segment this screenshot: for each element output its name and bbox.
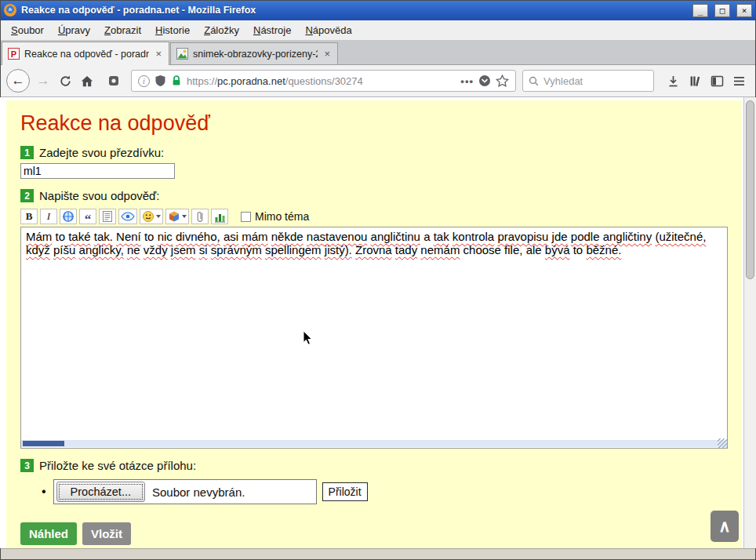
extension-button[interactable] xyxy=(103,70,125,92)
textarea-resizer[interactable] xyxy=(718,438,727,448)
maximize-button[interactable]: □ xyxy=(714,4,730,17)
offtopic-group: Mimo téma xyxy=(241,210,309,223)
scroll-to-top-button[interactable]: ∧ xyxy=(711,511,739,542)
file-input[interactable]: Procházet... Soubor nevybrán. xyxy=(53,479,317,504)
browser-window: Reakce na odpověď - poradna.net - Mozill… xyxy=(0,0,756,560)
menu-item-zobrazit[interactable]: Zobrazit xyxy=(98,21,147,39)
menu-item-upravy[interactable]: Úpravy xyxy=(52,21,96,39)
step2-row: 2 Napište svou odpověď: xyxy=(20,189,728,202)
step3-label: Přiložte ke své otázce přílohu: xyxy=(39,459,196,472)
extension-icon xyxy=(107,75,120,87)
smiley-button[interactable] xyxy=(140,209,163,224)
menu-item-napoveda[interactable]: Nápověda xyxy=(299,21,358,39)
url-scheme: https:// xyxy=(187,75,217,87)
url-text[interactable]: https://pc.poradna.net/questions/30274 xyxy=(187,75,456,87)
search-bar[interactable] xyxy=(522,70,654,92)
menubar: Soubor Úpravy Zobrazit Historie Záložky … xyxy=(0,20,756,41)
menu-item-zalozky[interactable]: Záložky xyxy=(198,21,245,39)
reload-icon xyxy=(59,75,72,88)
search-input[interactable] xyxy=(543,75,648,87)
window-bottom-frame xyxy=(0,548,756,560)
minimize-button[interactable]: _ xyxy=(692,4,708,17)
site-info-icon[interactable]: i xyxy=(138,75,150,87)
library-button[interactable] xyxy=(684,70,706,92)
italic-button[interactable]: I xyxy=(40,209,57,224)
browse-button[interactable]: Procházet... xyxy=(56,482,145,502)
hamburger-menu-button[interactable] xyxy=(728,70,750,92)
page-actions-button[interactable]: ••• xyxy=(460,75,474,87)
chevron-down-icon xyxy=(182,215,187,218)
embed-button[interactable] xyxy=(165,209,189,224)
tabbar: P Reakce na odpověď - poradna × snimek-o… xyxy=(0,41,756,65)
answer-textarea[interactable]: Mám to také tak. Není to nic divného, as… xyxy=(20,227,728,449)
step3-badge: 3 xyxy=(20,459,34,472)
page-viewport: Reakce na odpověď 1 Zadejte svou přezdív… xyxy=(0,97,756,548)
attachment-button[interactable] xyxy=(191,209,209,224)
smiley-icon xyxy=(142,210,154,223)
bar-chart-icon xyxy=(214,211,226,223)
code-block-button[interactable] xyxy=(99,209,116,224)
download-icon xyxy=(667,75,680,88)
navigation-toolbar: ← → i https://pc.poradna.net/questions/3… xyxy=(0,65,756,97)
eye-icon xyxy=(121,212,135,221)
form-container: Reakce na odpověď 1 Zadejte svou přezdív… xyxy=(6,100,742,548)
cube-icon xyxy=(168,210,180,223)
offtopic-checkbox[interactable] xyxy=(241,212,251,222)
sidebar-toggle-button[interactable] xyxy=(706,70,728,92)
link-button[interactable] xyxy=(60,209,77,224)
url-path: /questions/30274 xyxy=(285,75,363,87)
tab-label: snimek-obrazovky-porizeny-2 xyxy=(193,49,318,60)
vertical-scrollbar-thumb[interactable] xyxy=(746,100,754,279)
textarea-hscrollbar[interactable] xyxy=(21,440,727,447)
tab-label: Reakce na odpověď - poradna xyxy=(24,49,149,60)
tracking-shield-icon[interactable] xyxy=(154,75,166,87)
reload-button[interactable] xyxy=(54,70,76,92)
tab-close-icon[interactable]: × xyxy=(322,49,332,59)
tab-snimek-obrazovky[interactable]: snimek-obrazovky-porizeny-2 × xyxy=(170,42,338,64)
sidebar-icon xyxy=(711,75,724,87)
bookmark-star-icon[interactable] xyxy=(496,75,509,87)
link-globe-icon xyxy=(62,210,75,223)
insert-button[interactable]: Vložit xyxy=(82,522,131,545)
pocket-icon[interactable] xyxy=(478,75,491,87)
menu-item-soubor[interactable]: Soubor xyxy=(5,21,50,39)
document-icon xyxy=(102,210,113,223)
step1-label: Zadejte svou přezdívku: xyxy=(39,146,164,159)
attachment-list: • Procházet... Soubor nevybrán. Přiložit xyxy=(42,479,728,504)
https-lock-icon[interactable] xyxy=(171,75,182,87)
hamburger-icon xyxy=(733,76,745,86)
file-status-text: Soubor nevybrán. xyxy=(152,485,245,499)
window-title: Reakce na odpověď - poradna.net - Mozill… xyxy=(21,5,686,16)
preview-button[interactable]: Náhled xyxy=(20,522,77,545)
textarea-hscroll-thumb[interactable] xyxy=(23,441,64,446)
url-bar[interactable]: i https://pc.poradna.net/questions/30274… xyxy=(131,70,516,92)
poll-button[interactable] xyxy=(211,209,228,224)
close-button[interactable]: × xyxy=(736,4,752,17)
attachment-item: • Procházet... Soubor nevybrán. Přiložit xyxy=(42,479,728,504)
bold-button[interactable]: B xyxy=(20,209,38,224)
quote-button[interactable]: “ xyxy=(79,209,96,224)
tab-close-icon[interactable]: × xyxy=(154,49,163,59)
step1-badge: 1 xyxy=(20,146,34,159)
vertical-scrollbar[interactable] xyxy=(743,97,756,548)
preview-eye-button[interactable] xyxy=(118,209,137,224)
step2-label: Napište svou odpověď: xyxy=(39,189,159,202)
chevron-down-icon xyxy=(156,215,161,218)
forward-button[interactable]: → xyxy=(32,70,54,92)
titlebar: Reakce na odpověď - poradna.net - Mozill… xyxy=(0,0,756,20)
image-file-favicon xyxy=(176,48,188,60)
downloads-button[interactable] xyxy=(662,70,684,92)
poradna-favicon: P xyxy=(8,48,20,60)
offtopic-label: Mimo téma xyxy=(255,210,309,223)
nickname-input[interactable] xyxy=(20,163,175,179)
tab-reakce-na-odpoved[interactable]: P Reakce na odpověď - poradna × xyxy=(2,42,169,65)
firefox-icon xyxy=(4,4,16,16)
menu-item-nastroje[interactable]: Nástroje xyxy=(247,21,297,39)
step2-badge: 2 xyxy=(20,189,34,202)
home-button[interactable] xyxy=(76,70,98,92)
menu-item-historie[interactable]: Historie xyxy=(149,21,196,39)
url-host: pc.poradna.net xyxy=(217,75,285,87)
attach-button[interactable]: Přiložit xyxy=(322,482,368,501)
list-bullet: • xyxy=(42,485,46,499)
back-button[interactable]: ← xyxy=(6,69,30,93)
